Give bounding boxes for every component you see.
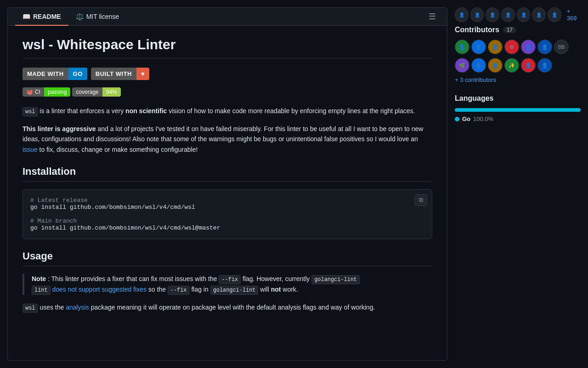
intro-text: is a linter that enforces a very	[40, 107, 125, 115]
plus-count-badge: + 369	[567, 8, 581, 22]
go-language-dot	[455, 117, 459, 121]
go-language-name: Go	[462, 115, 470, 122]
note-bold-label: Note	[32, 275, 46, 282]
golangci-lint-code1: golangci-lint	[311, 275, 360, 284]
avatar-top-5: 👤	[517, 7, 531, 22]
tab-mit[interactable]: ⚖️ MIT license	[68, 8, 126, 26]
fix-flag-code: --fix	[219, 275, 241, 284]
avatar-top-1: 👤	[455, 7, 469, 22]
contributors-header: Contributors 17	[455, 26, 581, 34]
issue-link[interactable]: issue	[23, 146, 38, 153]
intro-bold: non scientific	[125, 107, 167, 115]
avatar-top-2: 👤	[470, 7, 484, 22]
go-language-pct: 100.0%	[473, 115, 493, 122]
top-avatar-row: 👤 👤 👤 👤 👤 👤 👤 + 369	[455, 7, 581, 22]
contributor-avatar-7[interactable]: BB	[554, 40, 569, 54]
not-bold: not	[271, 286, 281, 293]
note-text5: will	[260, 286, 271, 293]
languages-section: Languages Go 100.0%	[455, 94, 581, 122]
avatar-top-7: 👤	[548, 7, 561, 22]
readme-body: wsl - Whitespace Linter MADE WITH GO BUI…	[8, 26, 447, 331]
badge-row-1: MADE WITH GO BUILT WITH ♥	[23, 68, 432, 80]
contributor-avatar-8[interactable]: 🌿	[455, 58, 469, 73]
tab-readme-label: README	[33, 13, 61, 20]
code-cmd-2: go install github.com/bombsimon/wsl/v4/c…	[30, 224, 220, 231]
contributor-avatar-6[interactable]: 👤	[537, 40, 552, 54]
contributor-avatar-5[interactable]: 👤	[521, 40, 536, 54]
tab-menu-icon[interactable]: ☰	[425, 8, 440, 25]
github-icon: 🐙	[26, 89, 33, 95]
no-support-link[interactable]: does not support suggested fixes	[52, 286, 146, 293]
more-contributors-link[interactable]: + 3 contributors	[455, 76, 496, 83]
ci-badge[interactable]: 🐙 CI passing	[23, 87, 70, 97]
badge-built-with-left: BUILT WITH	[91, 68, 136, 80]
contributor-avatar-4[interactable]: ⚙	[504, 40, 519, 54]
contributors-row-1: 👤 👤 👤 ⚙ 👤 👤 BB	[455, 40, 581, 54]
code-comment-2: # Main branch	[30, 218, 77, 224]
license-icon: ⚖️	[76, 13, 84, 20]
note-text3: so the	[148, 286, 168, 293]
contributor-avatar-2[interactable]: 👤	[471, 40, 486, 54]
contributors-row-2: 🌿 👤 👤 ✨ 👤 👤	[455, 58, 581, 73]
analysis-link[interactable]: analysis	[66, 304, 89, 311]
contributor-avatar-13[interactable]: 👤	[537, 58, 552, 73]
note-paragraph: Note : This linter provides a fixer that…	[32, 274, 432, 295]
ci-label: CI	[35, 89, 40, 95]
intro-text2: vision of how to make code more readable…	[169, 107, 415, 115]
contributor-avatar-1[interactable]: 👤	[455, 40, 469, 54]
note-text2: flag. However, currently	[243, 275, 311, 282]
code-comment-1: # Latest release	[30, 197, 88, 204]
wsl-inline-code-2: wsl	[23, 304, 38, 313]
uses-text2: package meaning it will operate on packa…	[91, 304, 375, 311]
contributor-avatar-12[interactable]: 👤	[521, 58, 536, 73]
note-text4: flag in	[191, 286, 210, 293]
avatar-top-4: 👤	[501, 7, 515, 22]
golangci-lint-code3: golangci-lint	[210, 286, 259, 295]
badge-built-with-right: ♥	[136, 68, 149, 80]
badge-made-with-go[interactable]: MADE WITH GO	[23, 68, 87, 80]
code-line-4: go install github.com/bombsimon/wsl/v4/c…	[30, 224, 424, 231]
main-content: 📖 README ⚖️ MIT license ☰ wsl - Whitespa…	[7, 7, 447, 361]
avatar-top-3: 👤	[486, 7, 499, 22]
install-code-block: ⧉ # Latest release go install github.com…	[23, 189, 432, 239]
language-bar	[455, 108, 581, 112]
tab-mit-label: MIT license	[86, 13, 119, 20]
contributor-avatar-11[interactable]: ✨	[504, 58, 519, 73]
more-contributors: + 3 contributors	[455, 76, 581, 83]
ci-status: passing	[44, 87, 70, 97]
ci-badge-left: 🐙 CI	[23, 87, 44, 97]
contributor-avatar-9[interactable]: 👤	[471, 58, 486, 73]
note-text6: work.	[283, 286, 298, 293]
sidebar: 👤 👤 👤 👤 👤 👤 👤 + 369 Contributors 17 👤 👤 …	[455, 0, 588, 368]
fix-flag-code2: --fix	[168, 286, 190, 295]
contributors-title: Contributors	[455, 26, 499, 34]
copy-button[interactable]: ⧉	[415, 194, 427, 206]
code-cmd-1: go install github.com/bombsimon/wsl/v4/c…	[30, 204, 195, 211]
badge-made-with-left: MADE WITH	[23, 68, 68, 80]
tab-readme[interactable]: 📖 README	[15, 8, 68, 26]
golangci-lint-code2: lint	[32, 286, 51, 295]
language-go-item: Go 100.0%	[455, 115, 581, 122]
aggressive-end: to fix, discuss, change or make somethin…	[40, 146, 198, 153]
coverage-label: coverage	[72, 87, 102, 97]
wsl-inline-code-intro: wsl	[23, 107, 38, 116]
note-text1: : This linter provides a fixer that can …	[48, 275, 219, 282]
ci-badge-row: 🐙 CI passing coverage 94%	[23, 87, 432, 97]
contributor-avatar-10[interactable]: 👤	[488, 58, 503, 73]
code-line-1: # Latest release	[30, 197, 424, 204]
contributors-count: 17	[503, 27, 516, 33]
analysis-paragraph: wsl uses the analysis package meaning it…	[23, 302, 432, 313]
avatar-top-6: 👤	[532, 7, 546, 22]
coverage-badge[interactable]: coverage 94%	[72, 87, 120, 97]
usage-heading: Usage	[23, 250, 432, 266]
uses-text: uses the	[40, 304, 66, 311]
tab-bar: 📖 README ⚖️ MIT license ☰	[8, 8, 447, 26]
coverage-value: 94%	[102, 87, 121, 97]
contributor-avatar-3[interactable]: 👤	[488, 40, 503, 54]
aggressive-bold: This linter is aggressive	[23, 125, 96, 132]
badge-built-with-heart[interactable]: BUILT WITH ♥	[91, 68, 149, 80]
code-line-2: go install github.com/bombsimon/wsl/v4/c…	[30, 204, 424, 211]
readme-title: wsl - Whitespace Linter	[23, 37, 432, 58]
aggressive-paragraph: This linter is aggressive and a lot of p…	[23, 124, 432, 155]
plus-count-text: + 369	[567, 8, 581, 22]
